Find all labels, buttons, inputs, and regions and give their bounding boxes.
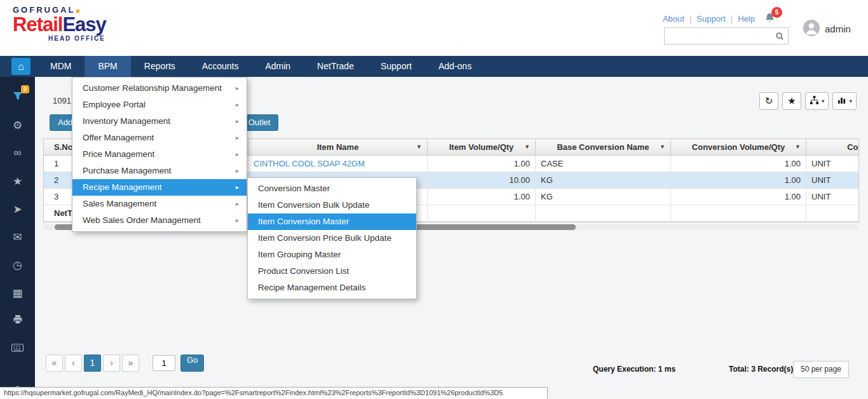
table-cell: 1.00 <box>671 172 806 188</box>
nav-item-admin[interactable]: Admin <box>252 56 304 77</box>
pagination: « ‹ 1 › » Go <box>46 355 204 372</box>
hierarchy-button[interactable]: ▾ <box>805 92 829 110</box>
product-part1: Retail <box>13 13 62 36</box>
column-header-item-volume-qty[interactable]: Item Volume/Qty▼ <box>428 139 536 155</box>
sidebar-clock-button[interactable]: ◷ <box>0 251 35 279</box>
column-filter-caret-icon[interactable]: ▼ <box>660 139 665 155</box>
nav-item-mdm[interactable]: MDM <box>37 56 85 77</box>
refresh-button[interactable]: ↻ <box>759 92 778 110</box>
sidebar-link-button[interactable]: ∞ <box>0 139 35 167</box>
hierarchy-icon <box>810 95 819 107</box>
navbar-items: MDMBPMReportsAccountsAdminNetTradeSuppor… <box>37 56 485 77</box>
nav-item-nettrade[interactable]: NetTrade <box>304 56 367 77</box>
menu-item-inventory-management[interactable]: Inventory Management▸ <box>72 113 247 130</box>
submenu-arrow-icon: ▸ <box>236 212 239 229</box>
last-page-button[interactable]: » <box>122 355 139 372</box>
nav-item-accounts[interactable]: Accounts <box>189 56 252 77</box>
menu-item-purchase-management[interactable]: Purchase Management▸ <box>72 163 247 179</box>
page-1-button[interactable]: 1 <box>84 355 101 372</box>
go-button[interactable]: Go <box>180 355 204 372</box>
menu-item-employee-portal[interactable]: Employee Portal▸ <box>72 97 247 113</box>
column-filter-caret-icon[interactable]: ▼ <box>795 139 801 155</box>
refresh-icon: ↻ <box>765 95 773 107</box>
link-support[interactable]: Support <box>696 14 726 24</box>
menu-item-recipe-management[interactable]: Recipe Management▸ <box>72 179 247 196</box>
search-input[interactable] <box>665 28 771 44</box>
first-page-button[interactable]: « <box>46 355 63 372</box>
menu-item-customer-relationship-management[interactable]: Customer Relationship Management▸ <box>72 80 247 97</box>
report-icon: ▦ <box>12 287 22 300</box>
menu-item-sales-management[interactable]: Sales Management▸ <box>72 196 247 212</box>
submenu-item-item-conversion-price-bulk-update-label: Item Conversion Price Bulk Update <box>258 230 391 247</box>
sidebar-filter-button[interactable]: 0 <box>0 83 35 111</box>
column-filter-caret-icon[interactable]: ▼ <box>524 139 530 155</box>
link-help[interactable]: Help <box>738 14 755 24</box>
submenu-arrow-icon: ▸ <box>236 130 239 146</box>
sidebar-mail-button[interactable]: ✉ <box>0 223 35 251</box>
favorite-icon: ★ <box>787 95 796 107</box>
gofrugal-logo: GOFRUGAL RetailEasy HEAD OFFICE <box>13 5 106 42</box>
submenu-item-conversion-master[interactable]: Conversion Master <box>248 180 416 197</box>
menu-item-offer-management[interactable]: Offer Management▸ <box>72 130 247 146</box>
print-icon <box>13 314 23 328</box>
home-button[interactable]: ⌂ <box>11 58 31 75</box>
menu-item-price-management[interactable]: Price Management▸ <box>72 146 247 163</box>
submenu-item-recipe-management-details[interactable]: Recipe Management Details <box>248 280 416 296</box>
submenu-item-item-conversion-master-label: Item Conversion Master <box>258 213 349 230</box>
report-toolbar: ↻★▾▾ <box>759 92 857 110</box>
nav-item-reports[interactable]: Reports <box>131 56 189 77</box>
column-header-base-conversion-name[interactable]: Base Conversion Name▼ <box>536 139 671 155</box>
table-cell: KG <box>536 172 671 188</box>
net-total-cell <box>806 205 859 221</box>
link-about[interactable]: About <box>663 14 684 24</box>
search-icon[interactable] <box>775 32 784 43</box>
submenu-item-item-conversion-price-bulk-update[interactable]: Item Conversion Price Bulk Update <box>248 230 416 247</box>
submenu-item-item-conversion-bulk-update-label: Item Conversion Bulk Update <box>258 197 370 213</box>
column-header-conversion-volume-qty[interactable]: Conversion Volume/Qty▼ <box>671 139 806 155</box>
link-icon: ∞ <box>13 147 21 159</box>
query-label: Query Execution: <box>593 365 656 374</box>
next-page-button[interactable]: › <box>103 355 120 372</box>
per-page-select[interactable]: 50 per page <box>793 361 849 378</box>
submenu-arrow-icon: ▸ <box>236 196 239 212</box>
sidebar-share-button[interactable]: ➤ <box>0 195 35 223</box>
sidebar-print-button[interactable] <box>0 307 35 335</box>
goto-page-input[interactable] <box>153 355 175 371</box>
column-header-item-name[interactable]: Item Name▼ <box>248 139 428 155</box>
submenu-item-item-conversion-master[interactable]: Item Conversion Master <box>248 213 416 230</box>
table-cell: 1.00 <box>671 156 806 172</box>
column-filter-caret-icon[interactable]: ▼ <box>416 139 422 155</box>
sidebar-keyboard-button[interactable] <box>0 335 35 363</box>
user-menu[interactable]: admin <box>803 20 851 38</box>
net-total-cell <box>428 205 536 221</box>
submenu-arrow-icon: ▸ <box>236 146 239 163</box>
submenu-arrow-icon: ▸ <box>236 97 239 113</box>
menu-item-web-sales-order-management[interactable]: Web Sales Order Management▸ <box>72 212 247 229</box>
nav-item-bpm[interactable]: BPM <box>85 56 130 77</box>
table-cell: 1.00 <box>428 189 536 205</box>
prev-page-button[interactable]: ‹ <box>65 355 82 372</box>
submenu-item-item-conversion-bulk-update[interactable]: Item Conversion Bulk Update <box>248 197 416 213</box>
nav-item-add-ons[interactable]: Add-ons <box>425 56 485 77</box>
menu-item-purchase-management-label: Purchase Management <box>83 163 172 179</box>
submenu-arrow-icon: ▸ <box>236 163 239 179</box>
item-link[interactable]: CINTHOL COOL SOAP 42GM <box>248 156 428 172</box>
menu-item-customer-relationship-management-label: Customer Relationship Management <box>83 80 222 97</box>
chart-button[interactable]: ▾ <box>832 92 857 110</box>
submenu-item-product-conversion-list[interactable]: Product Conversion List <box>248 263 416 280</box>
sidebar-star-button[interactable]: ★ <box>0 167 35 195</box>
column-header-label: Conversion Name <box>847 142 859 152</box>
submenu-item-item-grouping-master-label: Item Grouping Master <box>258 247 341 263</box>
nav-item-support[interactable]: Support <box>367 56 425 77</box>
notification-bell[interactable]: 5 <box>764 13 775 26</box>
net-total-cell <box>536 205 671 221</box>
top-links: About|Support|Help <box>663 14 755 24</box>
query-execution-label: Query Execution: 1 ms <box>593 365 675 374</box>
gear-icon: ⚙ <box>13 119 22 132</box>
favorite-button[interactable]: ★ <box>782 92 801 110</box>
submenu-item-item-grouping-master[interactable]: Item Grouping Master <box>248 247 416 263</box>
sidebar-gear-button[interactable]: ⚙ <box>0 111 35 139</box>
avatar-icon <box>803 20 820 38</box>
sidebar-report-button[interactable]: ▦ <box>0 279 35 307</box>
column-header-conversion-name[interactable]: Conversion Name▼ <box>806 139 859 155</box>
